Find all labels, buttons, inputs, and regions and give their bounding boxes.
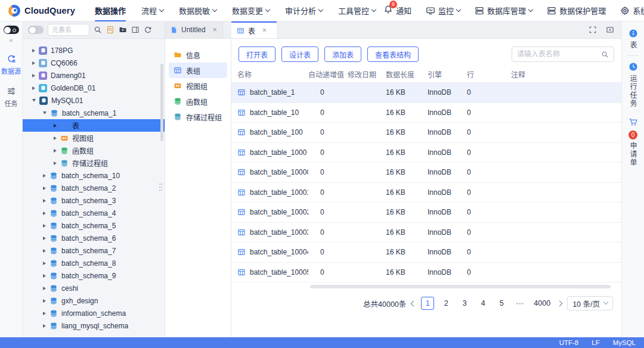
db-management-menu[interactable]: 数据库管理 [475,5,532,16]
caret-right-icon[interactable] [43,224,46,228]
tree-item[interactable]: batch_schema_3 [23,194,165,207]
table-row[interactable]: batch_table_100 016 KBInnoDB0 [231,123,621,143]
table-row[interactable]: batch_table_1 016 KBInnoDB0 [231,83,621,103]
tree-item[interactable]: 视图组 [23,132,165,144]
tree-item[interactable]: batch_schema_4 [23,207,165,219]
table-row[interactable]: batch_table_10004 016 KBInnoDB0 [231,243,621,263]
caret-right-icon[interactable] [43,274,46,278]
filter-toggle[interactable] [28,26,44,34]
more-pages-icon[interactable]: ••• [513,297,527,310]
tree-item[interactable]: information_schema [23,307,165,319]
table-row[interactable]: batch_table_10000 016 KBInnoDB0 [231,163,621,183]
caret-right-icon[interactable] [43,312,46,315]
add-table-button[interactable]: 添加表 [324,46,361,62]
rail-item-tasks[interactable]: 任务 [5,86,18,108]
monitor-menu[interactable]: 监控 [426,5,460,16]
rail-item-datasource[interactable]: 数据源 [1,54,21,76]
collapse-sidebar-button[interactable]: « [9,36,13,44]
tree-item[interactable]: MySQL01 [23,94,165,107]
rail-item-table-info[interactable]: 表 [628,29,638,49]
table-search-box[interactable] [512,46,614,62]
next-page-icon[interactable] [557,300,563,306]
nav-item-data-masking[interactable]: 数据脱敏 [179,0,216,21]
caret-right-icon[interactable] [43,287,46,290]
nav-item-data-operation[interactable]: 数据操作 [95,0,126,21]
tree-item[interactable]: batch_schema_6 [23,232,165,244]
tab-untitled[interactable]: Untitled × [165,21,223,38]
encoding-status[interactable]: UTF-8 [559,339,579,346]
data-protection-menu[interactable]: 数据保护管理 [547,5,606,16]
tree-item[interactable]: batch_schema_1 [23,107,165,119]
caret-right-icon[interactable] [43,249,46,253]
caret-right-icon[interactable] [54,161,57,165]
caret-right-icon[interactable] [43,212,46,215]
tab-table[interactable]: 表 × [231,21,277,38]
add-folder-icon[interactable] [119,26,127,34]
fullscreen-icon[interactable] [589,26,597,34]
db-type-status[interactable]: MySQL [613,339,636,346]
close-all-tabs-icon[interactable] [606,26,614,34]
object-item-procedures[interactable]: 存储过程组 [169,109,227,125]
caret-down-icon[interactable] [32,99,36,102]
tree-item[interactable]: batch_schema_7 [23,244,165,257]
page-button[interactable]: 5 [495,297,508,310]
tree-item[interactable]: batch_schema_8 [23,257,165,269]
tree-item[interactable]: batch_schema_2 [23,182,165,194]
table-row[interactable]: batch_table_10003 016 KBInnoDB0 [231,223,621,243]
table-row[interactable]: batch_table_1000 016 KBInnoDB0 [231,143,621,163]
tree-item[interactable]: batch_schema_5 [23,219,165,232]
tree-item[interactable]: ceshi [23,282,165,294]
page-size-select[interactable]: 10 条/页 [567,296,613,310]
tree-item[interactable]: batch_schema_9 [23,269,165,282]
caret-right-icon[interactable] [43,199,46,203]
page-button[interactable]: 3 [458,297,471,310]
prev-page-icon[interactable] [411,300,417,306]
caret-right-icon[interactable] [43,262,46,265]
close-tab-icon[interactable]: × [262,26,267,35]
caret-right-icon[interactable] [32,61,35,65]
caret-right-icon[interactable] [54,149,57,153]
caret-right-icon[interactable] [54,136,57,140]
page-button[interactable]: 2 [439,297,453,310]
open-table-button[interactable]: 打开表 [239,46,275,62]
theme-toggle[interactable] [4,26,19,34]
notification-button[interactable]: 9 通知 [383,5,411,16]
tree-item[interactable]: 函数组 [23,144,165,157]
nav-item-audit-analysis[interactable]: 审计分析 [285,0,323,21]
table-row[interactable]: batch_table_10 016 KBInnoDB0 [231,103,621,123]
tree-item[interactable]: gxh_design [23,294,165,307]
caret-right-icon[interactable] [43,187,46,190]
nav-item-tool-control[interactable]: 工具管控 [338,0,376,21]
tree-item[interactable]: CQ6066 [23,57,165,69]
panel-resize-handle[interactable] [159,184,163,192]
panel-layout-icon[interactable] [131,26,140,34]
close-tab-icon[interactable]: × [213,26,217,34]
object-item-views[interactable]: 视图组 [169,78,227,94]
caret-right-icon[interactable] [32,86,35,90]
search-icon[interactable] [94,26,102,34]
caret-right-icon[interactable] [43,299,46,303]
rail-item-running-tasks[interactable]: 运行任务 [628,62,638,108]
line-ending-status[interactable]: LF [592,339,599,346]
object-item-info[interactable]: 信息 [169,47,227,63]
caret-right-icon[interactable] [43,324,46,328]
caret-right-icon[interactable] [32,49,35,52]
tree-item[interactable]: GoldenDB_01 [23,82,165,94]
caret-right-icon[interactable] [43,174,46,178]
nav-item-process[interactable]: 流程 [141,0,163,21]
rail-item-requests[interactable]: 0 申请单 [628,117,638,167]
table-row[interactable]: batch_table_10001 016 KBInnoDB0 [231,183,621,203]
caret-right-icon[interactable] [43,237,46,240]
design-table-button[interactable]: 设计表 [281,46,318,62]
tree-item[interactable]: batch_schema_10 [23,169,165,182]
doc-search-icon[interactable] [106,26,114,34]
refresh-icon[interactable] [144,26,152,34]
table-row[interactable]: batch_table_10002 016 KBInnoDB0 [231,203,621,223]
nav-item-data-change[interactable]: 数据变更 [232,0,270,21]
caret-down-icon[interactable] [43,111,47,114]
caret-right-icon[interactable] [32,74,35,77]
tree-item[interactable]: 178PG [23,44,165,57]
page-button-current[interactable]: 1 [421,297,434,310]
object-item-tables[interactable]: 表组 [169,63,227,78]
tree-item[interactable]: 存储过程组 [23,157,165,169]
